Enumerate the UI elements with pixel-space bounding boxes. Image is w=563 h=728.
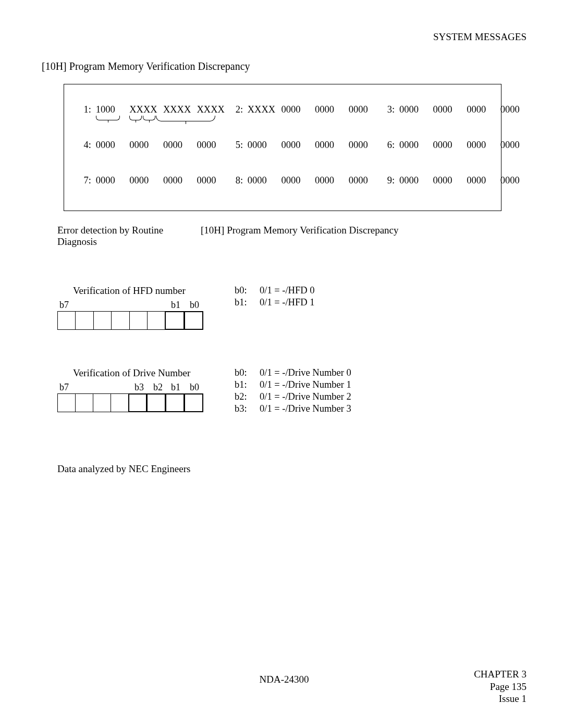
data-word: 0000 — [248, 140, 279, 151]
data-box: 1: 1000 XXXX XXXX XXXX 2: XXXX 0000 0000… — [64, 84, 501, 211]
footer-chapter: CHAPTER 3 — [474, 668, 527, 681]
data-word: 0000 — [315, 104, 346, 115]
data-word: 0000 — [349, 140, 380, 151]
data-word: 0000 — [129, 175, 161, 186]
drive-title: Verification of Drive Number — [73, 367, 224, 379]
desc-key: b0: — [235, 367, 260, 378]
data-word: 0000 — [281, 140, 312, 151]
bit-label-b0: b0 — [190, 382, 199, 393]
desc-key: b1: — [235, 379, 260, 390]
error-detection-line: Error detection by Routine Diagnosis [10… — [57, 225, 527, 248]
data-word: 0000 — [467, 104, 498, 115]
group-label: 4: — [79, 140, 91, 151]
data-word: 0000 — [197, 140, 228, 151]
data-word: 0000 — [399, 175, 431, 186]
bit-cell — [75, 393, 93, 412]
desc-val: 0/1 = -/Drive Number 1 — [260, 379, 527, 390]
group-label: 3: — [382, 104, 395, 115]
group-label: 8: — [230, 175, 243, 186]
bit-cell — [111, 393, 129, 412]
desc-val: 0/1 = -/HFD 0 — [260, 285, 527, 296]
data-word: 0000 — [349, 175, 380, 186]
error-detection-right: [10H] Program Memory Verification Discre… — [201, 225, 527, 248]
footer-page: Page 135 — [474, 681, 527, 693]
data-word: 0000 — [399, 140, 431, 151]
bit-label-b7: b7 — [59, 300, 69, 311]
desc-val: 0/1 = -/Drive Number 2 — [260, 391, 527, 402]
data-word: 0000 — [500, 175, 527, 186]
bit-cell — [93, 393, 111, 412]
hfd-bit-row — [57, 311, 203, 330]
page-title: [10H] Program Memory Verification Discre… — [42, 60, 527, 72]
bit-cell — [75, 311, 93, 330]
data-word-text: 1000 — [96, 104, 115, 115]
bit-label-b1: b1 — [171, 382, 180, 393]
data-word: XXXX — [248, 104, 279, 115]
data-word: 0000 — [248, 175, 279, 186]
drive-desc-line: b2: 0/1 = -/Drive Number 2 — [235, 391, 527, 402]
error-detection-left-1: Error detection by Routine — [57, 225, 201, 236]
bit-cell-b3 — [128, 393, 148, 412]
bit-cell-b0 — [184, 311, 203, 330]
bit-cell-b0 — [184, 393, 203, 412]
data-word: 0000 — [163, 140, 194, 151]
underbrace-icon — [129, 116, 155, 120]
desc-key: b2: — [235, 391, 260, 402]
data-word: 0000 — [315, 175, 346, 186]
bit-cell-b1 — [165, 311, 184, 330]
bit-cell — [93, 311, 112, 330]
data-word: 0000 — [467, 175, 498, 186]
hfd-title: Verification of HFD number — [73, 285, 224, 297]
bit-cell — [57, 311, 76, 330]
error-detection-left-2: Diagnosis — [57, 236, 201, 248]
desc-key: b1: — [235, 297, 260, 308]
data-word: XXXX — [197, 104, 228, 115]
desc-key: b0: — [235, 285, 260, 296]
bit-cell — [147, 311, 165, 330]
desc-key: b3: — [235, 403, 260, 414]
analysis-note: Data analyzed by NEC Engineers — [57, 463, 527, 475]
data-word: 0000 — [315, 140, 346, 151]
data-word: 0000 — [96, 140, 127, 151]
data-word: 0000 — [197, 175, 228, 186]
drive-bit-labels: b7 b3 b2 b1 b0 — [57, 382, 224, 393]
data-word: 0000 — [281, 104, 312, 115]
data-word: 0000 — [433, 104, 464, 115]
bit-cell — [129, 311, 148, 330]
hfd-desc-line: b1: 0/1 = -/HFD 1 — [235, 297, 527, 308]
drive-section: Verification of Drive Number b7 b3 b2 b1… — [57, 367, 527, 415]
data-word: 0000 — [129, 140, 161, 151]
data-word: XXXX — [129, 104, 161, 115]
desc-val: 0/1 = -/HFD 1 — [260, 297, 527, 308]
data-word: 0000 — [500, 104, 527, 115]
footer-issue: Issue 1 — [474, 693, 527, 705]
data-word: 0000 — [163, 175, 194, 186]
data-word: XXXX — [163, 104, 194, 115]
group-label: 2: — [230, 104, 243, 115]
bit-cell-b1 — [165, 393, 185, 412]
group-label: 7: — [79, 175, 91, 186]
bit-cell-b2 — [146, 393, 166, 412]
header-right: SYSTEM MESSAGES — [42, 31, 527, 43]
underbrace-icon — [96, 116, 120, 120]
drive-desc-line: b3: 0/1 = -/Drive Number 3 — [235, 403, 527, 414]
data-word: 0000 — [399, 104, 431, 115]
data-row-1: 1: 1000 XXXX XXXX XXXX 2: XXXX 0000 0000… — [79, 104, 491, 125]
drive-bit-row — [57, 393, 203, 412]
data-word: 0000 — [433, 140, 464, 151]
data-word: 0000 — [96, 175, 127, 186]
hfd-bit-labels: b7 b1 b0 — [57, 300, 224, 311]
bit-label-b0: b0 — [190, 300, 199, 311]
footer-center: NDA-24300 — [260, 674, 309, 685]
data-row-2: 4: 0000 0000 0000 0000 5: 0000 0000 0000… — [79, 140, 491, 161]
bit-label-b3: b3 — [134, 382, 144, 393]
data-word: 0000 — [281, 175, 312, 186]
data-word: 0000 — [349, 104, 380, 115]
bit-label-b1: b1 — [171, 300, 180, 311]
hfd-desc: b0: 0/1 = -/HFD 0 b1: 0/1 = -/HFD 1 — [224, 285, 527, 330]
drive-desc-line: b0: 0/1 = -/Drive Number 0 — [235, 367, 527, 378]
page-footer: NDA-24300 CHAPTER 3 Page 135 Issue 1 — [42, 668, 527, 705]
group-label: 5: — [230, 140, 243, 151]
hfd-desc-line: b0: 0/1 = -/HFD 0 — [235, 285, 527, 296]
data-word-text: XXXX — [129, 104, 157, 115]
